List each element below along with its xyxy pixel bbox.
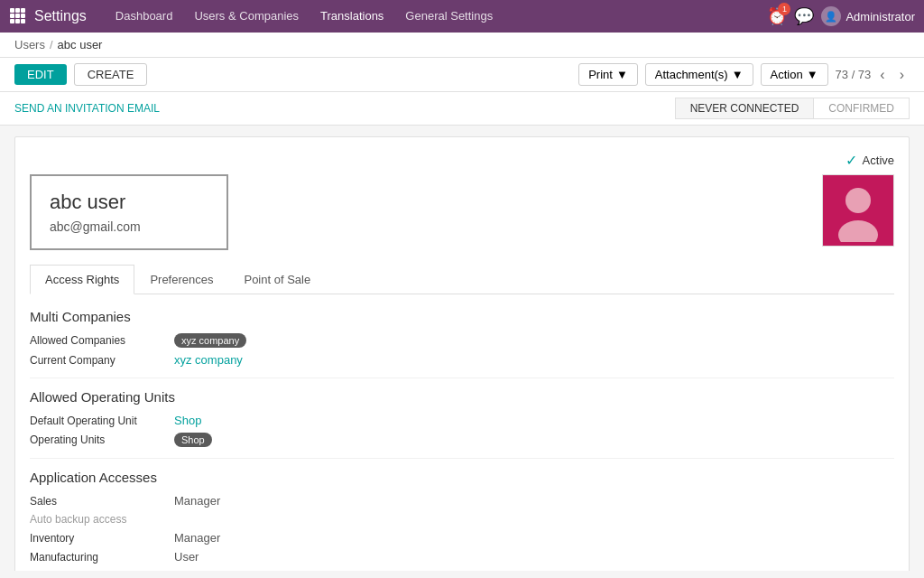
tab-preferences[interactable]: Preferences (134, 265, 228, 294)
app-access-label-4: Accounting & Finance (30, 570, 174, 572)
app-access-row-3: Manufacturing User (30, 550, 894, 564)
operating-units-title: Allowed Operating Units (30, 389, 894, 405)
attachments-button[interactable]: Attachment(s) ▼ (645, 63, 753, 86)
operating-units-row: Operating Units Shop (30, 433, 894, 447)
app-access-row-4: Accounting & Finance Billing Manager (30, 569, 894, 571)
breadcrumb-separator: / (50, 38, 53, 51)
edit-button[interactable]: EDIT (14, 64, 67, 85)
nav-users-companies[interactable]: Users & Companies (183, 0, 310, 33)
status-bar-right: NEVER CONNECTED CONFIRMED (675, 98, 910, 119)
svg-rect-1 (15, 8, 20, 13)
breadcrumb-current: abc user (58, 38, 103, 51)
tab-access-rights[interactable]: Access Rights (30, 265, 134, 294)
top-navigation: Settings Dashboard Users & Companies Tra… (0, 0, 924, 33)
app-access-value-0: Manager (174, 494, 220, 508)
action-button[interactable]: Action ▼ (761, 63, 828, 86)
chevron-down-icon: ▼ (807, 68, 818, 81)
allowed-companies-tag: xyz company (174, 333, 246, 348)
svg-point-10 (845, 188, 871, 213)
app-access-label-3: Manufacturing (30, 551, 174, 564)
user-info-box: abc user abc@gmail.com (30, 174, 228, 250)
svg-rect-2 (21, 8, 25, 13)
allowed-companies-label: Allowed Companies (30, 334, 174, 347)
app-access-row-0: Sales Manager (30, 494, 894, 508)
app-access-value-4: Billing Manager (174, 569, 255, 571)
app-access-row-2: Inventory Manager (30, 531, 894, 545)
allowed-companies-row: Allowed Companies xyz company (30, 333, 894, 348)
pagination-count: 73 / 73 (836, 68, 872, 81)
print-button[interactable]: Print ▼ (578, 63, 638, 86)
user-card: ✓ Active abc user abc@gmail.com (14, 136, 910, 571)
default-operating-unit-value: Shop (174, 414, 201, 427)
nav-dashboard[interactable]: Dashboard (105, 0, 184, 33)
app-access-label-1: Auto backup access (30, 513, 174, 526)
operating-units-label: Operating Units (30, 434, 174, 446)
pagination: 73 / 73 ‹ › (836, 65, 910, 85)
nav-general-settings[interactable]: General Settings (394, 0, 504, 33)
svg-rect-3 (10, 14, 14, 18)
tabs: Access Rights Preferences Point of Sale (30, 265, 894, 294)
current-company-value: xyz company (174, 353, 243, 367)
app-access-value-3: User (174, 550, 199, 564)
multi-companies-title: Multi Companies (30, 309, 894, 324)
svg-rect-7 (15, 19, 20, 23)
active-label: Active (863, 154, 894, 167)
notification-badge: 1 (778, 3, 790, 15)
user-header: abc user abc@gmail.com (30, 174, 894, 250)
grid-icon[interactable] (9, 7, 25, 26)
current-company-row: Current Company xyz company (30, 353, 894, 367)
svg-rect-4 (15, 14, 20, 18)
app-access-value-2: Manager (174, 531, 220, 545)
toolbar: EDIT CREATE Print ▼ Attachment(s) ▼ Acti… (0, 58, 924, 92)
user-email: abc@gmail.com (50, 219, 208, 234)
notifications-icon[interactable]: ⏰ 1 (767, 6, 787, 26)
status-bar: SEND AN INVITATION EMAIL NEVER CONNECTED… (0, 92, 924, 126)
never-connected-status[interactable]: NEVER CONNECTED (675, 98, 814, 119)
confirmed-status[interactable]: CONFIRMED (813, 98, 910, 119)
prev-page-button[interactable]: ‹ (874, 65, 890, 85)
create-button[interactable]: CREATE (74, 63, 148, 86)
current-company-label: Current Company (30, 354, 174, 367)
app-access-row-1: Auto backup access (30, 513, 894, 526)
nav-translations[interactable]: Translations (310, 0, 394, 33)
tab-point-of-sale[interactable]: Point of Sale (228, 265, 326, 294)
chevron-down-icon: ▼ (616, 68, 628, 81)
chat-icon[interactable]: 💬 (794, 6, 814, 26)
svg-rect-6 (10, 19, 14, 23)
breadcrumb: Users / abc user (0, 33, 924, 58)
breadcrumb-parent[interactable]: Users (14, 38, 45, 51)
app-access-label-2: Inventory (30, 532, 174, 545)
active-checkmark: ✓ (845, 152, 857, 169)
send-invitation-button[interactable]: SEND AN INVITATION EMAIL (14, 102, 160, 115)
default-operating-unit-label: Default Operating Unit (30, 415, 174, 427)
user-avatar: 👤 (821, 6, 841, 26)
topnav-right: ⏰ 1 💬 👤 Administrator (767, 6, 915, 26)
user-name: abc user (50, 191, 208, 214)
app-accesses-title: Application Accesses (30, 470, 894, 485)
main-content: ✓ Active abc user abc@gmail.com (0, 126, 924, 571)
app-title: Settings (34, 8, 87, 24)
toolbar-right: Print ▼ Attachment(s) ▼ Action ▼ 73 / 73… (578, 63, 910, 86)
user-name: Administrator (845, 10, 915, 23)
svg-rect-5 (21, 14, 25, 18)
app-access-label-0: Sales (30, 495, 174, 508)
user-avatar-box (822, 174, 894, 247)
default-operating-unit-row: Default Operating Unit Shop (30, 414, 894, 427)
nav-links: Dashboard Users & Companies Translations… (105, 0, 504, 33)
chevron-down-icon: ▼ (732, 68, 744, 81)
svg-rect-0 (10, 8, 14, 13)
operating-units-tag: Shop (174, 433, 212, 447)
user-menu[interactable]: 👤 Administrator (821, 6, 915, 26)
next-page-button[interactable]: › (894, 65, 910, 85)
user-avatar-section (822, 174, 894, 247)
svg-rect-8 (21, 19, 25, 23)
